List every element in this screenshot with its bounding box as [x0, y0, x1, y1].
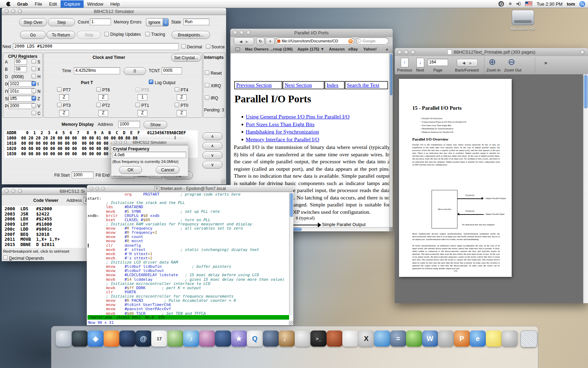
editor-buffer[interactable]: org PRSTART ; program code starts herest…: [88, 192, 289, 315]
port-value-field-pt1[interactable]: Z: [138, 110, 147, 116]
decimal-operands-checkbox[interactable]: [3, 255, 8, 260]
flag-checkbox-v[interactable]: [31, 103, 36, 108]
close-icon[interactable]: [5, 9, 9, 13]
zoom-icon[interactable]: [411, 50, 415, 54]
zoom-icon[interactable]: [102, 187, 105, 190]
cancel-button[interactable]: Cancel: [156, 166, 180, 174]
back-forward-buttons[interactable]: ◀ ▶: [457, 59, 478, 67]
minimize-icon[interactable]: [11, 9, 15, 13]
dock-icon-dictionary[interactable]: [327, 330, 343, 347]
zoom-in-icon[interactable]: ⊕: [489, 57, 496, 67]
display-updates-checkbox[interactable]: [104, 32, 109, 36]
port-value-field-pt6[interactable]: Z: [98, 94, 108, 101]
code-line[interactable]: 2006 LDX #$2455: [5, 217, 87, 222]
snapback-icon[interactable]: ↺: [348, 39, 353, 43]
count-field[interactable]: 1: [90, 19, 111, 25]
register-field-b[interactable]: 08: [14, 66, 27, 72]
nav-link-search-the-text[interactable]: Search the Text: [347, 82, 379, 88]
trash-icon[interactable]: [520, 330, 537, 347]
breakpoints-button[interactable]: Breakpoints...: [172, 31, 210, 39]
register-field-iy[interactable]: 101c: [8, 88, 34, 94]
close-icon[interactable]: [5, 189, 9, 193]
scroll-thumb[interactable]: [584, 75, 588, 108]
code-line[interactable]: 200f BEQ $2018: [5, 232, 87, 237]
to-return-button[interactable]: To Return: [47, 31, 75, 39]
dock-icon-camino[interactable]: [119, 330, 135, 347]
port-checkbox-pt3[interactable]: [57, 103, 62, 107]
macintosh-hd-icon[interactable]: Macintosh HD: [507, 10, 539, 35]
dock-icon-dashboard[interactable]: [72, 330, 88, 347]
code-line[interactable]: 2003 JSR $2422: [5, 212, 87, 217]
dock-icon-imovie[interactable]: ★: [231, 330, 247, 347]
tracing-checkbox[interactable]: [145, 32, 150, 36]
port-value-field-pt3[interactable]: Z: [59, 110, 69, 116]
dock-icon-word[interactable]: W: [422, 330, 438, 347]
code-line[interactable]: 2015 DBNE D $2011: [5, 242, 87, 247]
crystal-frequency-field[interactable]: 4.0e6: [113, 152, 186, 158]
vertical-scrollbar[interactable]: [389, 53, 393, 227]
scroll-down-button[interactable]: ∨: [202, 151, 223, 159]
code-line[interactable]: 2011 MOVB 1,X+ 1,Y+: [5, 237, 87, 242]
port-value-field-pt0[interactable]: Z: [177, 110, 187, 116]
nav-link-index[interactable]: Index: [327, 82, 338, 88]
dock-icon-safari[interactable]: ◈: [88, 330, 104, 347]
code-viewer-titlebar[interactable]: 68HCS12 Si: [2, 188, 87, 195]
bookmarks-overflow-icon[interactable]: »: [386, 47, 388, 52]
dock-icon-internet-explorer[interactable]: e: [470, 330, 486, 347]
forward-icon[interactable]: ▶: [469, 61, 472, 65]
bookmark-item[interactable]: Mac Owners ...roup (196): [245, 47, 293, 51]
time-field[interactable]: 4.42529ms: [74, 67, 120, 74]
page-number-field[interactable]: 164: [428, 59, 448, 66]
flag-checkbox-n[interactable]: [31, 89, 36, 93]
port-checkbox-pt7[interactable]: [57, 87, 62, 92]
input-language-flag-icon[interactable]: [525, 1, 532, 6]
minimize-icon[interactable]: [119, 141, 122, 144]
port-checkbox-pt0[interactable]: [175, 103, 179, 107]
scroll-thumb[interactable]: [390, 54, 392, 95]
toc-link[interactable]: Memory Interface for Parallel I/O: [246, 136, 319, 143]
port-checkbox-pt2[interactable]: [96, 103, 101, 107]
minimize-icon[interactable]: [404, 50, 408, 54]
pdf-titlebar[interactable]: 68HCS12Text_Printable.pdf (393 pages): [395, 48, 588, 56]
menu-item-capture[interactable]: Capture: [61, 0, 84, 8]
code-line[interactable]: 200c LDD #$001c: [5, 227, 87, 232]
menu-item-file[interactable]: File: [31, 0, 46, 8]
dock-icon-clipart[interactable]: [438, 330, 454, 347]
code-viewer-address-field[interactable]: 200: [83, 197, 87, 204]
dock-icon-x11[interactable]: X: [358, 330, 374, 347]
set-crystal-button[interactable]: Set Crystal...: [171, 54, 201, 62]
bluetooth-menu-icon[interactable]: ❖: [508, 1, 512, 6]
back-icon[interactable]: ◀: [462, 61, 465, 65]
close-icon[interactable]: [90, 187, 93, 190]
port-checkbox-pt5[interactable]: [135, 87, 140, 92]
volume-menu-icon[interactable]: [516, 2, 521, 6]
editor-titlebar[interactable]: X fmeter.asm - Epsilon@Tom7.local: [87, 185, 293, 192]
bookmark-item[interactable]: Apple (175) ▼: [298, 47, 324, 51]
dock-icon-terminal[interactable]: >_: [310, 330, 327, 347]
dock-icon-idvd[interactable]: [263, 330, 279, 347]
zoom-icon[interactable]: [246, 30, 251, 35]
dock-icon-sherlock[interactable]: [374, 330, 390, 347]
show-button[interactable]: Show: [144, 121, 167, 129]
back-icon[interactable]: ◀: [239, 40, 242, 43]
scroll-up-button[interactable]: ∧: [202, 142, 223, 150]
dock-icon-calculator[interactable]: =: [390, 330, 406, 347]
quicksilver-menu-icon[interactable]: Q: [498, 1, 504, 7]
dock-icon-quicktime[interactable]: Q: [247, 330, 263, 347]
port-value-field-pt7[interactable]: Z: [59, 94, 69, 101]
reload-button[interactable]: ↻: [256, 38, 265, 45]
menu-item-help[interactable]: Help: [107, 0, 123, 8]
reset-time-button[interactable]: 0: [124, 67, 146, 75]
forward-icon[interactable]: ▶: [246, 40, 248, 43]
dock-icon-keynote[interactable]: [215, 330, 231, 347]
scroll-down-page-button[interactable]: ∨: [202, 161, 223, 169]
code-line[interactable]: 2000 LDS #$2000: [5, 206, 87, 212]
dock-icon-mail[interactable]: @: [135, 330, 152, 347]
memory-errors-popup[interactable]: Ignore ▲▼: [146, 18, 169, 26]
flag-checkbox-x[interactable]: [31, 67, 36, 71]
menu-item-window[interactable]: Window: [84, 0, 107, 8]
step-button[interactable]: Step: [48, 18, 75, 26]
flag-checkbox-z[interactable]: [31, 96, 36, 101]
stop-button[interactable]: Stop: [77, 31, 101, 39]
port-checkbox-pt4[interactable]: [175, 87, 179, 92]
